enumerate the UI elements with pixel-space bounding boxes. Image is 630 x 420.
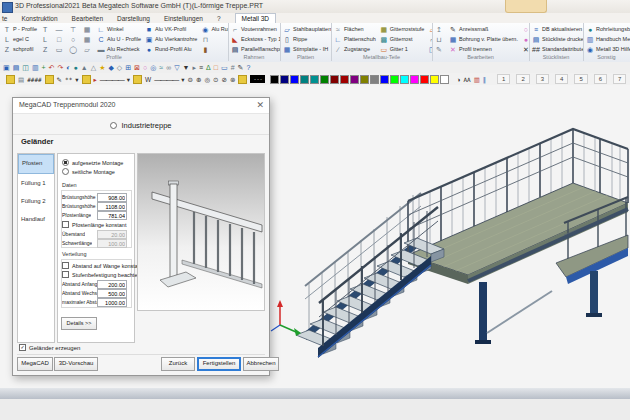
dialog-titlebar[interactable]: MegaCAD Treppenmodul 2020 ✕ [13, 98, 269, 114]
menu-item-darstellung[interactable]: Darstellung [117, 15, 150, 22]
qa-icon-5[interactable]: + [42, 63, 46, 72]
qa-icon-23[interactable]: ▸ [192, 63, 196, 72]
pen-icon[interactable]: ✎ [57, 75, 62, 84]
parallel-mode-icon[interactable]: ∥ [483, 75, 486, 84]
key-icon-4[interactable]: ▪ [133, 75, 142, 84]
menu-item-einstellungen[interactable]: Einstellungen [164, 15, 203, 22]
key-icon-5[interactable]: ▪ [238, 75, 247, 84]
t-bar-icon[interactable]: ⊤ [67, 24, 81, 34]
line-width-sample[interactable]: ———— [154, 75, 178, 84]
swatch-yellow[interactable] [430, 75, 439, 84]
qa-icon-18[interactable]: ◎ [150, 63, 156, 72]
cube-profile-icon[interactable]: ▦ [81, 34, 95, 44]
qa-icon-20[interactable]: ∞ [166, 63, 171, 72]
swatch-white[interactable] [440, 75, 449, 84]
key-icon[interactable]: ▪ [6, 75, 15, 84]
line-width-label[interactable]: W [145, 75, 151, 84]
maximaler-abstand-input[interactable] [97, 298, 127, 307]
ribbon-item-gitterrost[interactable]: ▩ Gitterrost [378, 34, 427, 44]
abstand-anfang-input[interactable] [97, 280, 127, 289]
marking-pen-icon[interactable]: ✎ [433, 44, 447, 54]
ribbon-item-gitterroststufe[interactable]: ▦ Gitterroststufe [378, 24, 427, 34]
swatch-bright-green[interactable] [390, 75, 399, 84]
qa-icon-29[interactable]: ✎ [238, 63, 244, 72]
ribbon-item-stahlbauplatten[interactable]: ▱ Stahlbauplatten [281, 24, 332, 34]
ribbon-item-stueckliste-drucken[interactable]: ▤ Stückliste drucken [530, 34, 584, 44]
swatch-cyan[interactable] [400, 75, 409, 84]
qa-icon-27[interactable]: ▭ [221, 63, 228, 72]
details-button[interactable]: Details >> [61, 317, 97, 330]
pfostenlaenge-konstant-checkbox[interactable]: Pfostenlänge konstant [62, 221, 126, 228]
swatch-olive[interactable] [360, 75, 369, 84]
dropdown-arrow-icon-3[interactable]: ▾ [181, 75, 184, 84]
dropdown-arrow-icon-2[interactable]: ▾ [127, 75, 130, 84]
qa-icon-8[interactable]: ◐ [66, 63, 70, 72]
swatch-magenta[interactable] [410, 75, 419, 84]
ribbon-item-alu-vierkantrohre[interactable]: ▣ Alu Vierkantrohre [143, 34, 199, 44]
key-icon-3[interactable]: ▪ [82, 75, 91, 84]
qa-icon-1[interactable]: ▣ [3, 63, 10, 72]
ribbon-item-eckstoss-typ-1[interactable]: ◣ Eckstoss - Typ 1 [229, 34, 281, 44]
pfostenlaenge-input[interactable] [97, 211, 127, 220]
ribbon-item-handbuch-metall[interactable]: ▥ Handbuch Meta [584, 34, 630, 44]
qa-icon-30[interactable]: ? [246, 63, 250, 72]
floating-tab[interactable] [505, 0, 547, 13]
abstand-wange-konstant-checkbox[interactable]: Abstand auf Wange konstant [62, 262, 142, 269]
ribbon-item-voutenrahmen[interactable]: ⌐ Voutenrahmen [229, 24, 281, 34]
qa-icon-9[interactable]: ● [74, 63, 78, 72]
ribbon-item-rippe[interactable]: ▯ Rippe [281, 34, 332, 44]
redo-icon[interactable]: ↷ [57, 63, 63, 72]
bruestungshoehe-podest-input[interactable] [97, 202, 127, 211]
flat-profile-icon[interactable]: — [53, 24, 67, 34]
qa-icon-26[interactable]: □ [214, 63, 218, 72]
qa-icon-13[interactable]: ◆ [108, 63, 113, 72]
undo-icon[interactable]: ↶ [49, 63, 55, 72]
tab-handlauf[interactable]: Handlauf [18, 210, 54, 228]
color-mode-icon[interactable]: ◑ [456, 75, 460, 84]
ribbon-item-alu-vk-profil[interactable]: ■ Alu VK-Profil [143, 24, 199, 34]
menu-item-bearbeiten[interactable]: Bearbeiten [72, 15, 103, 22]
ribbon-item-winkel[interactable]: ∟ Winkel [95, 24, 143, 34]
view-number-1[interactable]: 1 [497, 74, 510, 84]
view-number-5[interactable]: 5 [574, 74, 587, 84]
ribbon-item-zugstange[interactable]: ∕ Zugstange [332, 44, 378, 54]
qa-icon-4[interactable]: ▥ [32, 63, 39, 72]
gelaender-erzeugen-checkbox[interactable]: Geländer erzeugen [19, 344, 80, 351]
tee-profile-icon[interactable]: T [39, 24, 53, 34]
ribbon-item-plattenschuh[interactable]: ∟ Plattenschuh [332, 34, 378, 44]
swatch-teal[interactable] [300, 75, 309, 84]
ribbon-item-anreissmass[interactable]: ✎ Anreissmaß [447, 24, 520, 34]
zoom-previous-icon[interactable]: ⊘ [222, 75, 227, 84]
qa-icon-17[interactable]: ○ [143, 63, 147, 72]
swatch-red-dark[interactable] [340, 75, 349, 84]
slab-profile-icon[interactable]: ▱ [81, 44, 95, 54]
qa-icon-10[interactable]: ▲ [81, 63, 88, 72]
tab-fuellung-1[interactable]: Füllung 1 [18, 174, 54, 192]
qa-icon-11[interactable]: △ [91, 63, 96, 72]
ribbon-item-stirnplatte-ih[interactable]: ▦ Stirnplatte - IH [281, 44, 332, 54]
swatch-gray[interactable] [370, 75, 379, 84]
ribbon-item-profil-trennen[interactable]: ✕ Profil trennen [447, 44, 520, 54]
round-profile-icon[interactable]: ○ [67, 34, 81, 44]
abstand-wechsel-input[interactable] [97, 289, 127, 298]
ribbon-item-alu-rundrohre[interactable]: ◉ Alu Rundrohre [199, 24, 229, 34]
hatch-pattern-sample[interactable]: #### [27, 75, 41, 84]
ribbon-item-bohrung-platte-uebernehmen[interactable]: ▦ Bohrung v. Platte übern. [447, 34, 520, 44]
ribbon-item-rund-profil-alu[interactable]: ● Rund-Profil Alu [143, 44, 199, 54]
swatch-purple[interactable] [350, 75, 359, 84]
zoom-out-icon[interactable]: ⊖ [188, 75, 193, 84]
qa-icon-14[interactable]: ◇ [117, 63, 122, 72]
ribbon-item-parallelflanschprofil[interactable]: ▤ Parallelflanschprofil [229, 44, 281, 54]
zoom-extents-icon[interactable]: ⊙ [213, 75, 218, 84]
hoist-icon[interactable]: ↥ [433, 24, 447, 34]
qa-icon-22[interactable]: ▼ [183, 63, 190, 72]
ribbon-item-gitter-1[interactable]: ▭ Gitter 1 [378, 44, 427, 54]
l-profile-icon[interactable]: L [39, 34, 53, 44]
ribbon-item-metall-3d-hilfe[interactable]: ◉ Metall 3D Hilfe [584, 44, 630, 54]
swatch-cyan-dark[interactable] [310, 75, 319, 84]
seitliche-montage-radio[interactable]: seitliche Montage [62, 168, 115, 175]
qa-icon-15[interactable]: ⊞ [125, 63, 131, 72]
block-profile-icon[interactable]: ▦ [81, 24, 95, 34]
press-tool-icon[interactable]: ⊓ [199, 34, 229, 44]
menu-item-konstruktion[interactable]: Konstruktion [21, 15, 57, 22]
